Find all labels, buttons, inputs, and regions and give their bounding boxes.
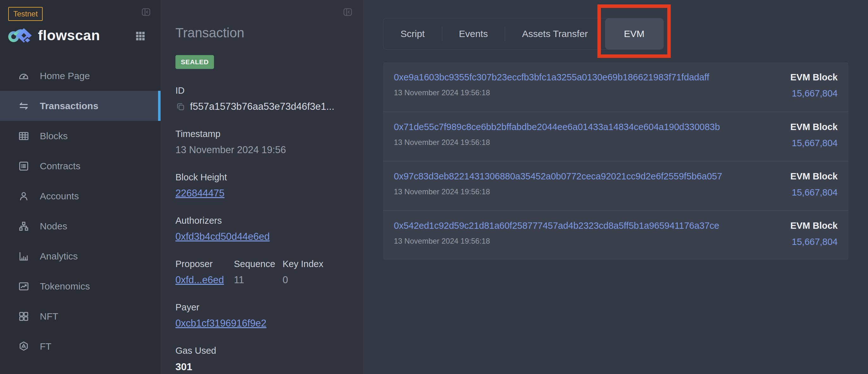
timestamp-value: 13 November 2024 19:56 (176, 144, 363, 156)
proposer-sequence-keyindex: Proposer 0xfd...e6ed Sequence 11 Key Ind… (176, 259, 363, 286)
sidebar-item-nft[interactable]: NFT (0, 301, 161, 331)
sidebar-item-label: Tokenomics (40, 281, 90, 292)
sidebar-item-label: Home Page (40, 70, 90, 81)
sidebar-item-label: Contracts (40, 161, 80, 172)
key-index-label: Key Index (283, 259, 323, 269)
evm-block-label: EVM Block (790, 122, 838, 132)
collapse-panel-icon[interactable] (343, 7, 353, 17)
tab-evm[interactable]: EVM (605, 18, 663, 49)
evm-block-label: EVM Block (790, 221, 838, 231)
main-content: Script Events Assets Transfer EVM 0xe9a1… (363, 0, 868, 374)
evm-transaction-row[interactable]: 0x71de55c7f989c8ce6bb2bffabdbe2044ee6a01… (383, 112, 848, 161)
evm-tx-timestamp: 13 November 2024 19:56:18 (394, 187, 722, 196)
sidebar-item-nodes[interactable]: Nodes (0, 211, 161, 241)
sidebar-item-ft[interactable]: FT (0, 331, 161, 361)
evm-transaction-row[interactable]: 0x542ed1c92d59c21d81a60f258777457ad4b232… (383, 210, 848, 260)
id-label: ID (176, 85, 363, 96)
sequence-label: Sequence (234, 259, 283, 269)
sidebar-item-label: Nodes (40, 221, 67, 232)
evm-transaction-row[interactable]: 0xe9a1603bc9355fc307b23eccfb3bfc1a3255a0… (383, 62, 848, 112)
evm-block-number-link[interactable]: 15,667,804 (790, 187, 838, 198)
brand-name: flowscan (38, 27, 100, 44)
tab-events[interactable]: Events (442, 18, 505, 49)
bar-chart-icon (18, 250, 30, 262)
sidebar: Testnet flowscan (0, 0, 161, 374)
sidebar-item-label: Blocks (40, 131, 68, 141)
authorizers-label: Authorizers (176, 215, 363, 226)
contract-list-icon (18, 160, 30, 172)
evm-transaction-row[interactable]: 0x97c83d3eb8221431306880a35452a0b0772cec… (383, 161, 848, 210)
page-title: Transaction (176, 25, 363, 40)
apps-grid-icon[interactable] (135, 30, 146, 42)
sidebar-item-label: Accounts (40, 191, 79, 202)
block-height-label: Block Height (176, 172, 363, 182)
gauge-icon (18, 70, 30, 82)
brand[interactable]: flowscan (8, 25, 100, 46)
nft-grid-icon (18, 310, 30, 322)
payer-link[interactable]: 0xcb1cf3196916f9e2 (176, 318, 267, 329)
sidebar-item-tokenomics[interactable]: Tokenomics (0, 271, 161, 301)
evm-tx-hash-link[interactable]: 0x97c83d3eb8221431306880a35452a0b0772cec… (394, 171, 722, 182)
sidebar-item-blocks[interactable]: Blocks (0, 121, 161, 151)
transaction-id-value[interactable]: f557a1573b76aa53e73d46f3e1... (190, 101, 335, 112)
person-icon (18, 190, 30, 202)
testnet-badge: Testnet (8, 7, 43, 21)
field-timestamp: Timestamp 13 November 2024 19:56 (176, 129, 363, 156)
sidebar-item-home-page[interactable]: Home Page (0, 61, 161, 91)
evm-tx-timestamp: 13 November 2024 19:56:18 (394, 88, 709, 97)
evm-block-label: EVM Block (790, 72, 838, 83)
evm-tx-hash-link[interactable]: 0xe9a1603bc9355fc307b23eccfb3bfc1a3255a0… (394, 72, 709, 83)
field-authorizers: Authorizers 0xfd3b4cd50d44e6ed (176, 215, 363, 242)
sidebar-item-label: Transactions (40, 100, 98, 111)
field-block-height: Block Height 226844475 (176, 172, 363, 199)
sidebar-item-label: NFT (40, 311, 58, 322)
field-id: ID f557a1573b76aa53e73d46f3e1... (176, 85, 363, 112)
field-payer: Payer 0xcb1cf3196916f9e2 (176, 302, 363, 329)
timestamp-label: Timestamp (176, 129, 363, 139)
sidebar-item-label: FT (40, 341, 52, 352)
evm-tx-timestamp: 13 November 2024 19:56:18 (394, 138, 720, 147)
evm-tx-hash-link[interactable]: 0x542ed1c92d59c21d81a60f258777457ad4b232… (394, 221, 719, 231)
evm-block-number-link[interactable]: 15,667,804 (790, 237, 838, 247)
payer-label: Payer (176, 302, 363, 313)
status-badge: SEALED (176, 55, 214, 69)
collapse-panel-icon[interactable] (141, 7, 151, 17)
evm-block-number-link[interactable]: 15,667,804 (790, 138, 838, 148)
transaction-detail-panel: Transaction SEALED ID f557a1573b76aa53e7… (161, 0, 363, 374)
flowscan-logo-icon (8, 25, 33, 46)
key-index-value: 0 (283, 274, 323, 286)
transaction-tabs: Script Events Assets Transfer EVM (383, 18, 664, 50)
block-height-link[interactable]: 226844475 (176, 188, 224, 199)
gas-used-value: 301 (176, 361, 363, 373)
sidebar-item-analytics[interactable]: Analytics (0, 241, 161, 271)
tab-assets-transfer[interactable]: Assets Transfer (505, 18, 605, 49)
copy-icon[interactable] (176, 102, 186, 112)
nodes-tree-icon (18, 220, 30, 232)
sequence-value: 11 (234, 274, 283, 286)
evm-tx-hash-link[interactable]: 0x71de55c7f989c8ce6bb2bffabdbe2044ee6a01… (394, 122, 720, 132)
table-grid-icon (18, 130, 30, 142)
authorizer-link[interactable]: 0xfd3b4cd50d44e6ed (176, 231, 270, 242)
evm-tx-timestamp: 13 November 2024 19:56:18 (394, 237, 719, 246)
evm-transactions-list: 0xe9a1603bc9355fc307b23eccfb3bfc1a3255a0… (383, 62, 848, 260)
field-gas-used: Gas Used 301 (176, 346, 363, 373)
sidebar-nav: Home Page Transactions Blocks (0, 61, 161, 361)
tab-script[interactable]: Script (383, 18, 442, 49)
cube-icon (18, 341, 30, 352)
sidebar-item-contracts[interactable]: Contracts (0, 151, 161, 181)
swap-arrows-icon (18, 100, 30, 112)
sidebar-item-accounts[interactable]: Accounts (0, 181, 161, 211)
proposer-link[interactable]: 0xfd...e6ed (176, 274, 224, 285)
evm-block-label: EVM Block (790, 171, 838, 182)
proposer-label: Proposer (176, 259, 234, 269)
gas-used-label: Gas Used (176, 346, 363, 356)
trend-chart-icon (18, 280, 30, 292)
sidebar-item-label: Analytics (40, 251, 78, 262)
sidebar-item-transactions[interactable]: Transactions (0, 91, 161, 121)
evm-block-number-link[interactable]: 15,667,804 (790, 88, 838, 99)
